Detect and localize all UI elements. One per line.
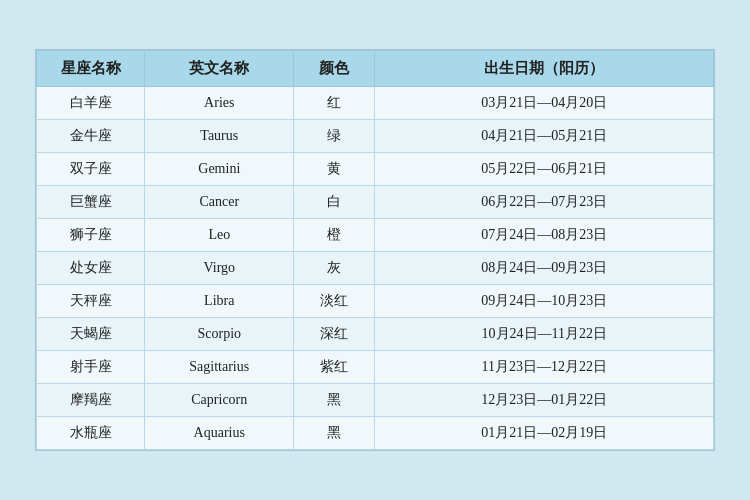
cell-color: 黑: [294, 417, 375, 450]
table-row: 狮子座Leo橙07月24日—08月23日: [37, 219, 714, 252]
cell-chinese: 处女座: [37, 252, 145, 285]
cell-english: Taurus: [145, 120, 294, 153]
cell-chinese: 巨蟹座: [37, 186, 145, 219]
zodiac-table-container: 星座名称 英文名称 颜色 出生日期（阳历） 白羊座Aries红03月21日—04…: [35, 49, 715, 451]
cell-date: 05月22日—06月21日: [375, 153, 714, 186]
cell-date: 03月21日—04月20日: [375, 87, 714, 120]
table-row: 天蝎座Scorpio深红10月24日—11月22日: [37, 318, 714, 351]
cell-english: Capricorn: [145, 384, 294, 417]
cell-color: 黑: [294, 384, 375, 417]
table-row: 摩羯座Capricorn黑12月23日—01月22日: [37, 384, 714, 417]
table-row: 白羊座Aries红03月21日—04月20日: [37, 87, 714, 120]
cell-date: 12月23日—01月22日: [375, 384, 714, 417]
cell-date: 09月24日—10月23日: [375, 285, 714, 318]
cell-english: Aries: [145, 87, 294, 120]
cell-english: Aquarius: [145, 417, 294, 450]
cell-color: 紫红: [294, 351, 375, 384]
header-date: 出生日期（阳历）: [375, 51, 714, 87]
cell-date: 10月24日—11月22日: [375, 318, 714, 351]
cell-date: 11月23日—12月22日: [375, 351, 714, 384]
cell-chinese: 水瓶座: [37, 417, 145, 450]
table-row: 水瓶座Aquarius黑01月21日—02月19日: [37, 417, 714, 450]
cell-chinese: 摩羯座: [37, 384, 145, 417]
zodiac-table: 星座名称 英文名称 颜色 出生日期（阳历） 白羊座Aries红03月21日—04…: [36, 50, 714, 450]
cell-chinese: 白羊座: [37, 87, 145, 120]
table-header-row: 星座名称 英文名称 颜色 出生日期（阳历）: [37, 51, 714, 87]
cell-date: 07月24日—08月23日: [375, 219, 714, 252]
cell-color: 淡红: [294, 285, 375, 318]
cell-chinese: 射手座: [37, 351, 145, 384]
cell-chinese: 天秤座: [37, 285, 145, 318]
cell-color: 绿: [294, 120, 375, 153]
table-row: 巨蟹座Cancer白06月22日—07月23日: [37, 186, 714, 219]
cell-english: Libra: [145, 285, 294, 318]
cell-date: 04月21日—05月21日: [375, 120, 714, 153]
cell-color: 灰: [294, 252, 375, 285]
cell-english: Gemini: [145, 153, 294, 186]
cell-color: 深红: [294, 318, 375, 351]
cell-chinese: 金牛座: [37, 120, 145, 153]
cell-color: 白: [294, 186, 375, 219]
cell-color: 黄: [294, 153, 375, 186]
header-chinese: 星座名称: [37, 51, 145, 87]
cell-english: Sagittarius: [145, 351, 294, 384]
header-color: 颜色: [294, 51, 375, 87]
cell-english: Virgo: [145, 252, 294, 285]
table-row: 处女座Virgo灰08月24日—09月23日: [37, 252, 714, 285]
cell-english: Scorpio: [145, 318, 294, 351]
table-row: 射手座Sagittarius紫红11月23日—12月22日: [37, 351, 714, 384]
cell-english: Cancer: [145, 186, 294, 219]
cell-date: 01月21日—02月19日: [375, 417, 714, 450]
table-row: 双子座Gemini黄05月22日—06月21日: [37, 153, 714, 186]
cell-color: 红: [294, 87, 375, 120]
table-row: 金牛座Taurus绿04月21日—05月21日: [37, 120, 714, 153]
header-english: 英文名称: [145, 51, 294, 87]
table-row: 天秤座Libra淡红09月24日—10月23日: [37, 285, 714, 318]
cell-chinese: 天蝎座: [37, 318, 145, 351]
cell-chinese: 双子座: [37, 153, 145, 186]
cell-date: 08月24日—09月23日: [375, 252, 714, 285]
cell-english: Leo: [145, 219, 294, 252]
cell-chinese: 狮子座: [37, 219, 145, 252]
cell-color: 橙: [294, 219, 375, 252]
cell-date: 06月22日—07月23日: [375, 186, 714, 219]
